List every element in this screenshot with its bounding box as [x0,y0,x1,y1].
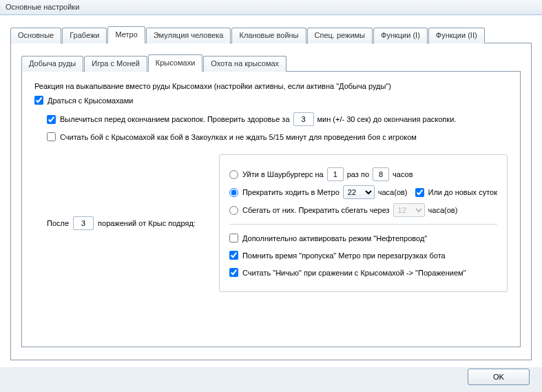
tab-func2[interactable]: Функции (II) [428,28,485,43]
main-window: Основные настройки Основные Грабежи Метр… [0,0,542,392]
tab-osnovnye[interactable]: Основные [10,28,61,43]
options-fieldset: Уйти в Шаурбургерс на раз по часов Прекр… [219,154,508,292]
tab-ore[interactable]: Добыча руды [21,56,83,72]
fight-checkbox-row: Драться с Крысомахами [34,96,133,105]
tab-spets[interactable]: Спец. режимы [307,28,373,43]
opt1-row: Уйти в Шаурбургерс на раз по часов [229,167,497,181]
extra2-checkbox[interactable] [229,251,238,260]
opt2-post: часа(ов) [378,188,408,196]
opt2-row: Прекратить ходить в Метро 22 часа(ов) Ил… [229,185,497,199]
heal-row: Вылечиться перед окончанием раскопок. Пр… [47,112,508,126]
opt3-pre: Сбегать от них. Прекратить сбегать через [242,206,390,214]
count-alley-row: Считать бой с Крысомахой как бой в Закоу… [47,130,508,143]
ok-button[interactable]: OK [468,369,530,385]
opt3-radio[interactable] [229,206,238,215]
tab-klanovye[interactable]: Клановые войны [231,28,306,43]
opt2-hours-select[interactable]: 22 [343,185,375,199]
heal-label-pre: Вылечиться перед окончанием раскопок. Пр… [60,115,290,123]
heal-minutes-input[interactable] [293,112,314,126]
after-post: поражений от Крыс подряд: [98,219,196,227]
metro-tabpanel: Реакция на выкапывание вместо руды Крысо… [21,72,521,347]
extra3-checkbox[interactable] [229,268,238,277]
fight-checkbox[interactable] [34,96,43,105]
opt1-post: часов [393,170,413,178]
count-alley-label: Считать бой с Крысомахой как бой в Закоу… [60,133,417,141]
after-pre: После [47,219,69,227]
tab-metro[interactable]: Метро [107,26,145,43]
footer: OK [468,369,530,385]
extra3-row: Считать "Ничью" при сражении с Крысомахо… [229,266,497,279]
opt1-mid: раз по [347,170,369,178]
options-divider [229,224,497,225]
opt2-pre: Прекратить ходить в Метро [242,188,340,196]
heal-checkbox[interactable] [47,115,56,124]
extra1-label: Дополнительно активировать режим "Нефтеп… [242,234,427,243]
heal-label-post: мин (+/- 30 сек) до окончания раскопки. [317,115,457,123]
window-title: Основные настройки [0,0,542,15]
tab-krysomakhi[interactable]: Крысомахи [148,54,203,72]
count-alley-checkbox[interactable] [47,132,56,141]
tab-emulyatsiya[interactable]: Эмуляция человека [146,28,231,43]
fight-label: Драться с Крысомахами [48,96,133,105]
tab-func1[interactable]: Функции (I) [373,28,428,43]
extra2-label: Помнить время "пропуска" Метро при перез… [242,251,446,260]
main-tabstrip: Основные Грабежи Метро Эмуляция человека… [10,25,532,43]
opt1-hours-input[interactable] [373,167,389,181]
extra1-row: Дополнительно активировать режим "Нефтеп… [229,231,497,245]
opt2-radio[interactable] [229,188,238,197]
tab-monya[interactable]: Игра с Моней [84,56,147,72]
after-label-group: После поражений от Крыс подряд: [47,216,219,230]
opt3-hours-select[interactable]: 12 [393,203,425,217]
opt1-times-input[interactable] [327,167,344,181]
opt3-row: Сбегать от них. Прекратить сбегать через… [229,203,497,217]
extra3-label: Считать "Ничью" при сражении с Крысомахо… [242,269,466,277]
content-area: Основные Грабежи Метро Эмуляция человека… [0,15,542,367]
main-tabpanel: Добыча руды Игра с Моней Крысомахи Охота… [10,43,532,360]
opt2-or-label: Или до новых суток [428,188,497,196]
opt3-post: часа(ов) [428,206,458,214]
extra2-row: Помнить время "пропуска" Метро при перез… [229,249,497,262]
defeat-config-row: После поражений от Крыс подряд: Уйти в Ш… [47,154,508,292]
opt2-or-checkbox[interactable] [415,188,424,197]
after-count-input[interactable] [73,216,94,230]
metro-tabstrip: Добыча руды Игра с Моней Крысомахи Охота… [21,54,521,72]
opt1-pre: Уйти в Шаурбургерс на [242,170,324,178]
extra1-checkbox[interactable] [229,234,238,243]
panel-heading: Реакция на выкапывание вместо руды Крысо… [34,82,508,90]
tab-grabezhi[interactable]: Грабежи [62,28,107,43]
tab-hunt[interactable]: Охота на крысомах [203,56,286,72]
opt1-radio[interactable] [229,170,238,179]
